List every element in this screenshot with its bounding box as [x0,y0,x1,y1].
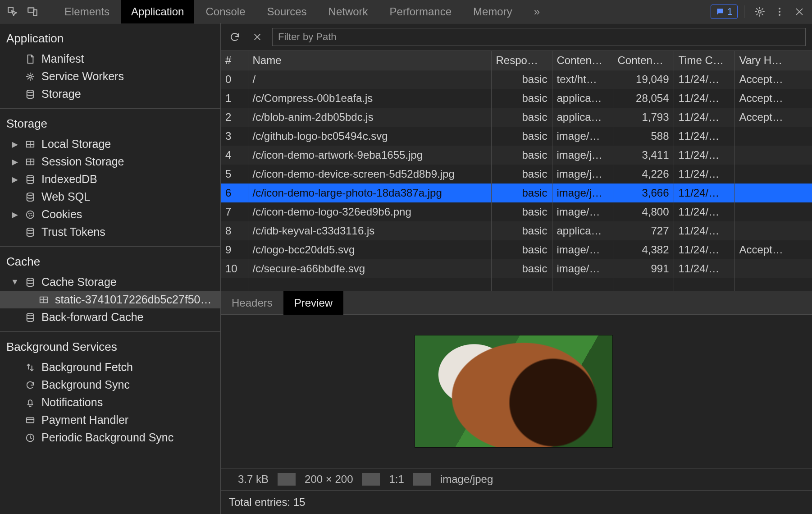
table-row[interactable]: 1/c/Compress-00b1eafa.jsbasicapplica…28,… [221,89,812,108]
cell-response: basic [491,89,552,108]
chevron-right-icon: ▶ [11,139,19,149]
chevron-right-icon: ▶ [11,157,19,167]
sidebar-item-cache-entry[interactable]: static-3741017226db5c27f50b… [0,291,220,308]
tabs-overflow[interactable]: » [524,0,550,23]
sidebar-item-storage[interactable]: Storage [0,85,220,103]
settings-icon[interactable] [751,3,769,21]
cell-time: 11/24/… [674,70,734,89]
table-row[interactable]: 7/c/icon-demo-logo-326ed9b6.pngbasicimag… [221,202,812,221]
col-response[interactable]: Respo… [491,51,552,70]
sidebar-item-indexeddb[interactable]: ▶ IndexedDB [0,170,220,188]
table-row[interactable]: 9/c/logo-bcc20dd5.svgbasicimage/…4,38211… [221,240,812,259]
subtab-headers[interactable]: Headers [221,291,283,315]
cell-index: 9 [221,240,248,259]
preview-pane: 3.7 kB 200 × 200 1:1 image/jpeg [221,315,812,490]
cache-storage-panel: # Name Respo… Conten… Conten… Time C… Va… [221,23,812,514]
sidebar-item-periodic-sync[interactable]: Periodic Background Sync [0,429,220,446]
table-row[interactable]: 6/c/icon-demo-large-photo-18da387a.jpgba… [221,184,812,202]
table-row[interactable]: 3/c/github-logo-bc05494c.svgbasicimage/…… [221,127,812,146]
table-row[interactable]: 5/c/icon-demo-device-screen-5d52d8b9.jpg… [221,165,812,184]
sidebar-item-local-storage[interactable]: ▶ Local Storage [0,135,220,153]
sidebar-item-background-fetch[interactable]: Background Fetch [0,358,220,376]
cell-content-len: 3,666 [613,184,674,202]
cell-index: 2 [221,108,248,127]
cell-vary [734,127,812,146]
cell-vary [734,259,812,278]
sidebar-item-trust-tokens[interactable]: ▶ Trust Tokens [0,223,220,241]
transfer-icon [24,362,36,373]
label: Cache Storage [41,275,117,289]
cell-name: /c/blob-anim-2db05bdc.js [248,108,491,127]
svg-rect-21 [27,418,34,422]
table-row[interactable]: 4/c/icon-demo-artwork-9eba1655.jpgbasici… [221,146,812,165]
label: static-3741017226db5c27f50b… [55,293,214,306]
sidebar-item-session-storage[interactable]: ▶ Session Storage [0,153,220,170]
cell-time: 11/24/… [674,221,734,240]
sidebar-item-cache-storage[interactable]: ▼ Cache Storage [0,273,220,291]
tab-network[interactable]: Network [319,0,378,23]
sidebar-item-web-sql[interactable]: ▶ Web SQL [0,188,220,206]
table-row[interactable]: 0/basictext/ht…19,04911/24/…Accept… [221,70,812,89]
tab-console[interactable]: Console [196,0,255,23]
cache-entries-table: # Name Respo… Conten… Conten… Time C… Va… [221,51,812,291]
svg-point-16 [31,215,32,216]
svg-point-4 [779,11,780,13]
label: Manifest [41,52,84,65]
device-toolbar-icon[interactable] [23,3,41,21]
col-vary-header[interactable]: Vary H… [734,51,812,70]
col-index[interactable]: # [221,51,248,70]
issues-badge[interactable]: 1 [711,5,738,19]
preview-image [415,335,613,448]
cell-time: 11/24/… [674,202,734,221]
sidebar-item-payment-handler[interactable]: Payment Handler [0,411,220,429]
cell-time: 11/24/… [674,184,734,202]
filter-input[interactable] [272,28,806,46]
more-menu-icon[interactable] [771,3,789,21]
tab-elements[interactable]: Elements [55,0,119,23]
col-time-cached[interactable]: Time C… [674,51,734,70]
tab-sources[interactable]: Sources [257,0,317,23]
table-row[interactable]: 2/c/blob-anim-2db05bdc.jsbasicapplica…1,… [221,108,812,127]
refresh-icon[interactable] [227,29,242,45]
cell-response: basic [491,184,552,202]
svg-point-15 [29,215,31,216]
delete-selected-icon[interactable] [250,29,265,45]
col-content-type[interactable]: Conten… [552,51,613,70]
cell-response: basic [491,165,552,184]
tab-memory[interactable]: Memory [463,0,522,23]
col-name[interactable]: Name [248,51,491,70]
cell-index: 8 [221,221,248,240]
grid-icon [38,294,50,306]
database-icon [24,312,36,323]
table-row[interactable] [221,278,812,291]
cell-content-type: image/… [552,202,613,221]
section-cache: Cache [0,247,220,273]
sidebar-item-cookies[interactable]: ▶ Cookies [0,206,220,223]
tab-application[interactable]: Application [121,0,194,23]
col-content-len[interactable]: Conten… [613,51,674,70]
sidebar-item-manifest[interactable]: Manifest [0,50,220,68]
cell-content-len: 991 [613,259,674,278]
label: Web SQL [41,190,90,203]
credit-card-icon [24,414,36,426]
sidebar-item-bf-cache[interactable]: ▶ Back-forward Cache [0,308,220,326]
cell-content-type: image/… [552,259,613,278]
subtab-preview[interactable]: Preview [283,291,343,315]
sidebar-item-notifications[interactable]: Notifications [0,394,220,411]
close-devtools-icon[interactable] [790,3,808,21]
cell-content-type: applica… [552,89,613,108]
table-row[interactable]: 8/c/idb-keyval-c33d3116.jsbasicapplica…7… [221,221,812,240]
cell-content-type: text/ht… [552,70,613,89]
tab-performance[interactable]: Performance [380,0,461,23]
cell-index: 5 [221,165,248,184]
label: Background Fetch [41,361,133,374]
cell-vary [734,165,812,184]
database-icon [24,88,36,100]
cell-response: basic [491,259,552,278]
inspect-element-icon[interactable] [4,3,22,21]
cell-name: /c/github-logo-bc05494c.svg [248,127,491,146]
sidebar-item-service-workers[interactable]: Service Workers [0,68,220,85]
svg-point-11 [27,193,34,195]
table-row[interactable]: 10/c/secure-a66bbdfe.svgbasicimage/…9911… [221,259,812,278]
sidebar-item-background-sync[interactable]: Background Sync [0,376,220,394]
